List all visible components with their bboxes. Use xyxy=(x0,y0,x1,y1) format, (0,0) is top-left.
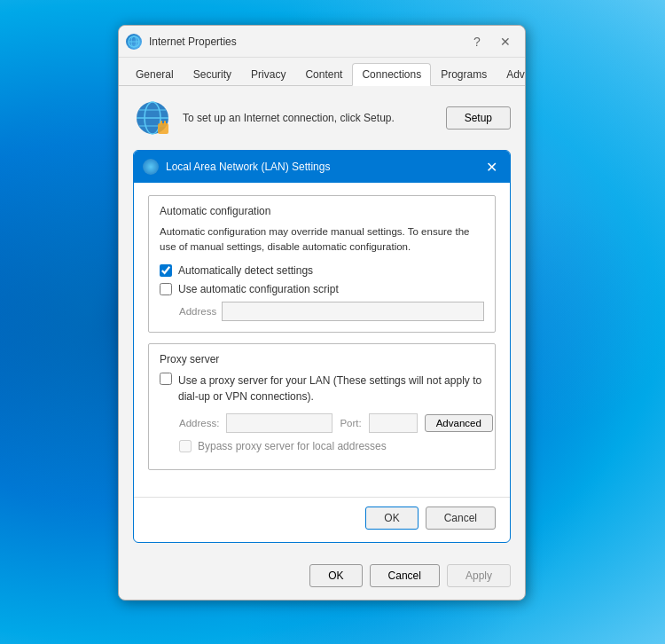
tab-general[interactable]: General xyxy=(126,63,184,85)
tab-privacy[interactable]: Privacy xyxy=(241,63,295,85)
help-button[interactable]: ? xyxy=(465,29,489,54)
window-controls: ? ✕ xyxy=(465,29,518,54)
address-label: Address xyxy=(179,306,216,317)
tab-advanced[interactable]: Advanced xyxy=(497,63,526,85)
auto-script-label[interactable]: Use automatic configuration script xyxy=(178,283,339,295)
use-proxy-row: Use a proxy server for your LAN (These s… xyxy=(160,373,484,404)
svg-rect-8 xyxy=(158,123,168,134)
lan-dialog-title: Local Area Network (LAN) Settings xyxy=(166,161,480,173)
lan-ok-button[interactable]: OK xyxy=(365,507,418,530)
lan-settings-dialog: Local Area Network (LAN) Settings ✕ Auto… xyxy=(133,150,511,543)
ie-main-content: To set up an Internet connection, click … xyxy=(119,86,525,555)
bypass-proxy-row: Bypass proxy server for local addresses xyxy=(179,440,484,452)
ie-apply-button[interactable]: Apply xyxy=(447,564,511,587)
auto-detect-row: Automatically detect settings xyxy=(160,264,484,277)
auto-script-address-input[interactable] xyxy=(222,302,484,321)
auto-script-row: Use automatic configuration script xyxy=(160,283,484,295)
ie-ok-button[interactable]: OK xyxy=(309,564,362,587)
ie-window-icon xyxy=(126,34,142,50)
lan-title-icon xyxy=(143,159,159,175)
auto-config-label: Automatic configuration xyxy=(160,205,484,217)
bypass-proxy-checkbox[interactable] xyxy=(179,440,192,452)
svg-rect-10 xyxy=(164,121,166,125)
proxy-address-input[interactable] xyxy=(226,413,332,433)
auto-config-description: Automatic configuration may override man… xyxy=(160,224,484,255)
ie-cancel-button[interactable]: Cancel xyxy=(370,564,440,587)
proxy-server-section: Proxy server Use a proxy server for your… xyxy=(148,343,496,470)
setup-button[interactable]: Setup xyxy=(446,106,511,130)
tab-programs[interactable]: Programs xyxy=(431,63,497,85)
connection-icon xyxy=(133,98,172,137)
tab-security[interactable]: Security xyxy=(184,63,241,85)
ie-bottom-buttons: OK Cancel Apply xyxy=(119,555,525,600)
auto-script-address-row: Address xyxy=(179,302,484,321)
lan-titlebar: Local Area Network (LAN) Settings ✕ xyxy=(134,151,510,183)
bypass-proxy-label[interactable]: Bypass proxy server for local addresses xyxy=(198,440,387,452)
auto-detect-label[interactable]: Automatically detect settings xyxy=(178,264,313,277)
use-proxy-checkbox[interactable] xyxy=(160,373,172,385)
lan-cancel-button[interactable]: Cancel xyxy=(426,507,496,530)
close-button[interactable]: ✕ xyxy=(493,29,518,54)
connection-setup-row: To set up an Internet connection, click … xyxy=(133,98,511,137)
auto-script-checkbox[interactable] xyxy=(160,283,172,295)
auto-config-section: Automatic configuration Automatic config… xyxy=(148,195,496,333)
proxy-section-label: Proxy server xyxy=(160,353,484,365)
proxy-address-label: Address: xyxy=(179,418,219,428)
tab-content[interactable]: Content xyxy=(295,63,352,85)
tab-connections[interactable]: Connections xyxy=(352,63,431,86)
ie-properties-window: Internet Properties ? ✕ General Security… xyxy=(118,25,526,601)
proxy-port-input[interactable] xyxy=(369,413,418,433)
proxy-advanced-button[interactable]: Advanced xyxy=(425,414,493,432)
ie-tabs: General Security Privacy Content Connect… xyxy=(119,58,525,86)
lan-close-button[interactable]: ✕ xyxy=(480,155,503,178)
use-proxy-label[interactable]: Use a proxy server for your LAN (These s… xyxy=(178,373,484,404)
proxy-port-label: Port: xyxy=(340,418,361,428)
proxy-address-row: Address: Port: Advanced xyxy=(179,413,484,433)
ie-window-title: Internet Properties xyxy=(149,35,465,48)
ie-titlebar: Internet Properties ? ✕ xyxy=(119,26,525,58)
lan-content: Automatic configuration Automatic config… xyxy=(134,183,510,493)
auto-detect-checkbox[interactable] xyxy=(160,264,172,277)
lan-dialog-buttons: OK Cancel xyxy=(134,497,510,542)
svg-rect-9 xyxy=(160,121,162,125)
setup-description: To set up an Internet connection, click … xyxy=(183,110,435,126)
